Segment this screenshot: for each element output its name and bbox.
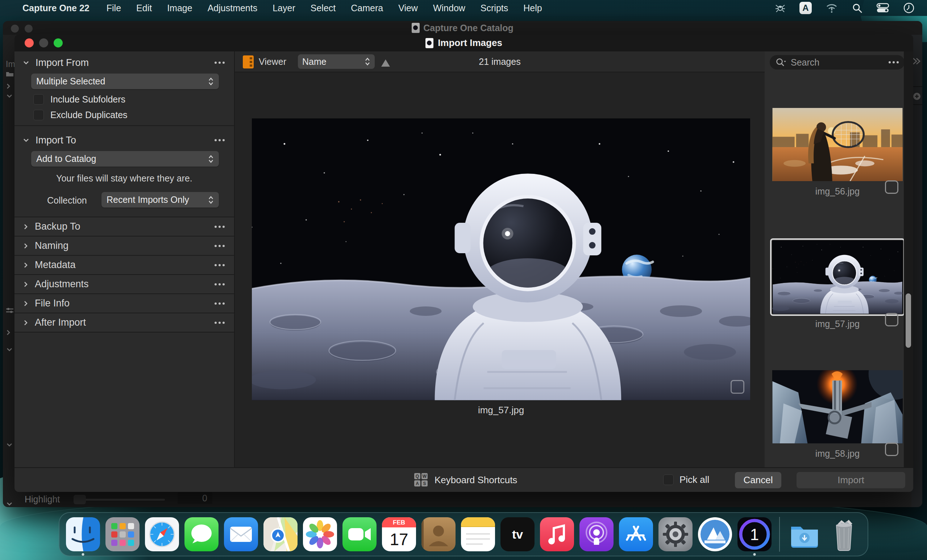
dock-photos[interactable] (303, 517, 337, 551)
dock-podcasts[interactable] (579, 517, 614, 551)
add-annotation-icon[interactable] (912, 92, 922, 102)
spotlight-icon[interactable] (852, 3, 863, 14)
import-from-header[interactable]: Import From (15, 54, 234, 71)
more-icon[interactable] (214, 322, 225, 324)
clock-icon[interactable] (903, 2, 915, 14)
folder-icon[interactable] (6, 71, 14, 77)
import-button[interactable]: Import (796, 472, 905, 488)
chevron-right-icon[interactable] (6, 329, 11, 336)
dock-trash[interactable] (827, 517, 861, 551)
more-icon[interactable] (214, 302, 225, 305)
antivirus-icon[interactable] (775, 3, 786, 14)
viewer-image[interactable] (252, 118, 750, 400)
more-icon[interactable] (889, 61, 899, 64)
dock-maps[interactable] (263, 517, 298, 551)
dock-facetime[interactable] (342, 517, 377, 551)
import-to-header[interactable]: Import To (15, 132, 234, 149)
dock-contacts[interactable] (421, 517, 456, 551)
highlight-value[interactable]: 0 (178, 492, 212, 504)
thumbnail-pick-checkbox[interactable] (885, 443, 898, 456)
thumbnail-img-57[interactable] (772, 241, 903, 314)
menu-file[interactable]: File (99, 3, 129, 14)
viewer-image-pick-checkbox[interactable] (731, 380, 745, 394)
chevron-down-icon[interactable] (6, 93, 13, 99)
dock-app-store[interactable] (619, 517, 653, 551)
dock-finder[interactable] (66, 517, 100, 551)
chevron-down-icon[interactable] (6, 347, 13, 352)
app-menu-title[interactable]: Capture One 22 (23, 3, 90, 14)
thumbnail-img-56[interactable] (772, 108, 903, 181)
dock-apple-tv[interactable]: tv (500, 517, 535, 551)
dock-capture-one[interactable]: 1 (737, 517, 772, 551)
background-window-title: Capture One Catalog (412, 23, 514, 33)
section-backup-to[interactable]: Backup To (15, 217, 234, 236)
menu-select[interactable]: Select (303, 3, 343, 14)
keyboard-icon: QWAS (414, 473, 428, 487)
minimize-button[interactable] (39, 38, 48, 47)
calendar-month: FEB (382, 517, 416, 527)
highlight-slider[interactable] (74, 499, 165, 501)
thumbnail-img-58[interactable] (772, 370, 903, 443)
keyboard-shortcuts-button[interactable]: QWAS Keyboard Shortcuts (414, 473, 517, 487)
highlight-slider-knob[interactable] (74, 495, 86, 504)
more-icon[interactable] (214, 283, 225, 285)
chevron-right-icon[interactable] (6, 83, 11, 90)
menu-edit[interactable]: Edit (129, 3, 160, 14)
dock-notes[interactable] (461, 517, 495, 551)
section-metadata[interactable]: Metadata (15, 255, 234, 274)
collection-select[interactable]: Recent Imports Only (102, 192, 219, 208)
menu-view[interactable]: View (391, 3, 426, 14)
section-adjustments[interactable]: Adjustments (15, 274, 234, 293)
section-after-import[interactable]: After Import (15, 313, 234, 332)
input-source-icon[interactable]: A (799, 2, 812, 14)
more-icon[interactable] (214, 139, 225, 141)
search-field[interactable]: Search (770, 55, 904, 70)
filmstrip-scroll-gutter (904, 52, 913, 467)
chevron-down-icon[interactable] (6, 442, 13, 447)
dock-mail[interactable] (224, 517, 258, 551)
filmstrip-panel: Search img_56.jpg img_57.jpg img_58.jpg (764, 52, 913, 467)
exclude-duplicates-checkbox[interactable] (33, 110, 44, 120)
sliders-icon[interactable] (6, 307, 14, 314)
dock-calendar[interactable]: FEB17 (382, 517, 416, 551)
section-file-info[interactable]: File Info (15, 293, 234, 313)
menu-scripts[interactable]: Scripts (473, 3, 516, 14)
double-chevron-icon[interactable] (912, 57, 922, 65)
more-icon[interactable] (214, 245, 225, 247)
more-icon[interactable] (214, 264, 225, 266)
include-subfolders-row: Include Subfolders (33, 94, 125, 105)
dock-messages[interactable] (184, 517, 219, 551)
menu-help[interactable]: Help (516, 3, 549, 14)
more-icon[interactable] (214, 226, 225, 228)
dock-pro-app[interactable] (698, 517, 732, 551)
dialog-title: Import Images (426, 37, 502, 49)
pick-all-checkbox[interactable] (663, 475, 674, 485)
menu-camera[interactable]: Camera (343, 3, 391, 14)
include-subfolders-checkbox[interactable] (33, 94, 44, 105)
dock-downloads[interactable] (787, 517, 822, 551)
dock-music[interactable] (540, 517, 574, 551)
menu-bar: Capture One 22 File Edit Image Adjustmen… (0, 0, 927, 16)
cancel-button[interactable]: Cancel (735, 472, 781, 488)
import-source-select[interactable]: Multiple Selected (31, 74, 219, 89)
thumbnail-pick-checkbox[interactable] (885, 181, 898, 194)
scrollbar-thumb[interactable] (906, 293, 911, 348)
close-button[interactable] (25, 38, 34, 47)
dock-launchpad[interactable] (105, 517, 140, 551)
inactive-minimize-button[interactable] (25, 24, 33, 33)
menu-layer[interactable]: Layer (265, 3, 303, 14)
control-center-icon[interactable] (876, 3, 889, 14)
dock-safari[interactable] (145, 517, 179, 551)
thumbnail-pick-checkbox[interactable] (885, 313, 898, 326)
section-naming[interactable]: Naming (15, 236, 234, 255)
menu-window[interactable]: Window (426, 3, 473, 14)
more-icon[interactable] (214, 62, 225, 64)
inactive-close-button[interactable] (11, 24, 19, 33)
search-placeholder: Search (791, 57, 819, 68)
import-destination-select[interactable]: Add to Catalog (31, 151, 219, 167)
menu-adjustments[interactable]: Adjustments (200, 3, 265, 14)
wifi-alert-icon[interactable] (825, 3, 838, 14)
zoom-button[interactable] (54, 38, 63, 47)
menu-image[interactable]: Image (160, 3, 200, 14)
dock-system-preferences[interactable] (658, 517, 693, 551)
